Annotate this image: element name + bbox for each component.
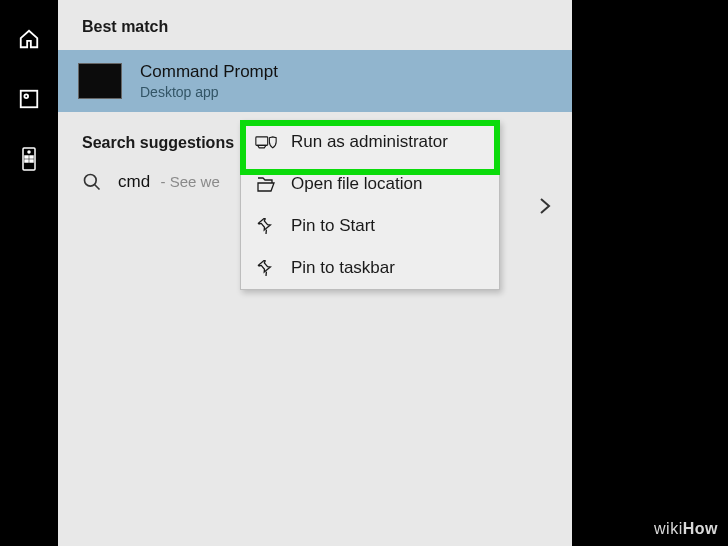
menu-run-as-administrator[interactable]: Run as administrator [241,121,499,163]
search-icon [82,172,102,192]
pin-start-icon [255,217,277,235]
command-prompt-icon [78,63,122,99]
result-title: Command Prompt [140,62,278,82]
admin-shield-icon [255,133,277,151]
svg-rect-4 [25,156,28,158]
result-subtitle: Desktop app [140,84,278,100]
context-menu: Run as administrator Open file location … [240,120,500,290]
remote-icon[interactable] [18,148,40,170]
best-match-text: Command Prompt Desktop app [140,62,278,100]
folder-open-icon [255,175,277,193]
menu-open-file-location[interactable]: Open file location [241,163,499,205]
taskbar-sidebar [0,0,58,546]
svg-point-3 [28,151,30,153]
photo-icon[interactable] [18,88,40,110]
svg-line-9 [95,185,100,190]
menu-item-label: Pin to Start [291,216,375,236]
menu-pin-to-taskbar[interactable]: Pin to taskbar [241,247,499,289]
suggestion-text: cmd - See we [118,172,220,192]
svg-point-8 [85,175,97,187]
svg-rect-10 [256,137,268,145]
chevron-right-icon[interactable] [538,196,552,220]
pin-taskbar-icon [255,259,277,277]
watermark-prefix: wiki [654,520,683,537]
svg-rect-6 [25,160,28,162]
menu-item-label: Run as administrator [291,132,448,152]
best-match-result[interactable]: Command Prompt Desktop app [58,50,572,112]
svg-point-1 [24,94,28,98]
svg-rect-7 [30,160,33,162]
query-text: cmd [118,172,150,191]
right-margin [572,0,728,546]
svg-rect-0 [21,91,38,108]
menu-item-label: Open file location [291,174,422,194]
best-match-header: Best match [58,0,572,50]
watermark: wikiHow [654,520,718,538]
menu-pin-to-start[interactable]: Pin to Start [241,205,499,247]
watermark-suffix: How [683,520,718,537]
home-icon[interactable] [18,28,40,50]
menu-item-label: Pin to taskbar [291,258,395,278]
query-hint: - See we [161,173,220,190]
svg-rect-5 [30,156,33,158]
